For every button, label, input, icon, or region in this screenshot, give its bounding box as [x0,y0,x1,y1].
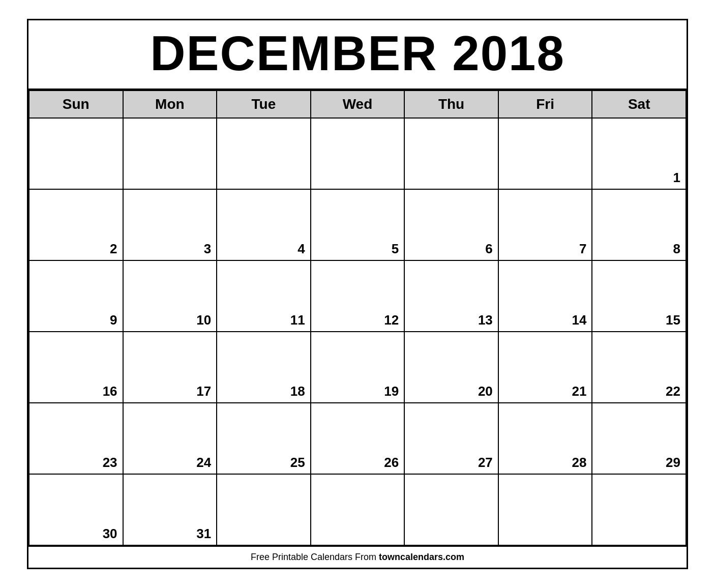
calendar-day: 28 [498,403,592,474]
calendar-day [217,474,311,545]
calendar-day [311,118,405,189]
calendar-day: 26 [311,403,405,474]
calendar-day: 30 [29,474,123,545]
calendar-day [404,474,498,545]
calendar-day: 25 [217,403,311,474]
calendar-week-5: 23242526272829 [29,403,686,474]
calendar-day: 19 [311,332,405,403]
calendar-footer: Free Printable Calendars From towncalend… [28,546,687,568]
day-header-mon: Mon [123,91,217,118]
calendar-day: 27 [404,403,498,474]
calendar-day: 1 [592,118,686,189]
calendar-day [498,118,592,189]
calendar-day: 13 [404,260,498,332]
calendar-day [404,118,498,189]
calendar-day [311,474,405,545]
calendar-day: 8 [592,189,686,260]
calendar-day [217,118,311,189]
calendar-day [498,474,592,545]
calendar-day: 23 [29,403,123,474]
calendar-day: 2 [29,189,123,260]
calendar-day: 17 [123,332,217,403]
calendar-day: 10 [123,260,217,332]
calendar-day: 24 [123,403,217,474]
calendar-day: 22 [592,332,686,403]
calendar-week-1: 1 [29,118,686,189]
calendar-day: 5 [311,189,405,260]
calendar-day: 7 [498,189,592,260]
calendar-day: 15 [592,260,686,332]
calendar-week-3: 9101112131415 [29,260,686,332]
calendar-day: 9 [29,260,123,332]
footer-link: towncalendars.com [379,552,464,562]
day-header-wed: Wed [311,91,405,118]
calendar-day: 3 [123,189,217,260]
calendar-table: SunMonTueWedThuFriSat 123456789101112131… [28,90,687,546]
day-header-sat: Sat [592,91,686,118]
calendar-title: DECEMBER 2018 [28,20,687,90]
calendar-day: 12 [311,260,405,332]
day-header-thu: Thu [404,91,498,118]
calendar-container: DECEMBER 2018 SunMonTueWedThuFriSat 1234… [27,19,688,569]
day-header-fri: Fri [498,91,592,118]
calendar-day: 4 [217,189,311,260]
calendar-day [123,118,217,189]
calendar-day: 29 [592,403,686,474]
calendar-day: 14 [498,260,592,332]
day-header-tue: Tue [217,91,311,118]
footer-text: Free Printable Calendars From [251,552,379,562]
calendar-week-6: 3031 [29,474,686,545]
calendar-day: 18 [217,332,311,403]
calendar-day: 21 [498,332,592,403]
calendar-day [29,118,123,189]
calendar-day: 31 [123,474,217,545]
calendar-day: 20 [404,332,498,403]
day-header-sun: Sun [29,91,123,118]
day-headers-row: SunMonTueWedThuFriSat [29,91,686,118]
calendar-day: 16 [29,332,123,403]
calendar-week-4: 16171819202122 [29,332,686,403]
calendar-week-2: 2345678 [29,189,686,260]
calendar-day: 11 [217,260,311,332]
calendar-day [592,474,686,545]
calendar-day: 6 [404,189,498,260]
